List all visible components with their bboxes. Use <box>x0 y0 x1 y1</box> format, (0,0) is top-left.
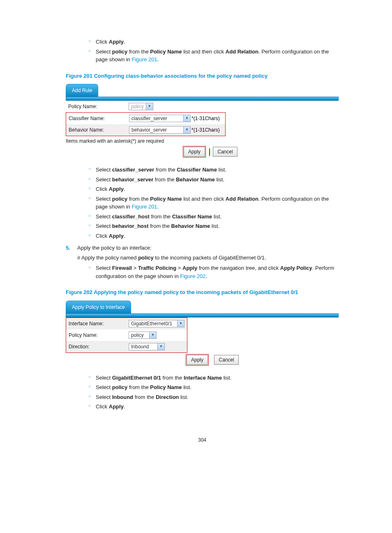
list-item: Select policy from the Policy Name list … <box>88 194 339 212</box>
cancel-button[interactable]: Cancel <box>213 147 237 157</box>
text-bold: Add Relation <box>226 196 258 202</box>
classifier-name-cell: classifier_server ▼ *(1-31Chars) <box>127 113 225 124</box>
text: list and then click <box>182 196 226 202</box>
text-bold: policy <box>138 255 154 261</box>
list-item: Select behavior_host from the Behavior N… <box>88 221 339 231</box>
step-5-bullets: Select Firewall > Traffic Policing > App… <box>88 263 339 281</box>
chevron-down-icon: ▼ <box>149 332 156 338</box>
form-row: Direction: Inbound ▼ <box>66 341 187 352</box>
text: list. <box>182 384 191 390</box>
text-bold: Apply <box>109 233 124 239</box>
text-bold: Inbound <box>112 394 133 400</box>
form-row: Policy Name: policy ▼ <box>66 101 339 112</box>
behavior-name-label: Behavior Name: <box>66 124 127 136</box>
tab-apply-policy[interactable]: Apply Policy to Interface <box>66 301 131 313</box>
intro-bullet-list: Click Apply. Select policy from the Poli… <box>88 37 339 65</box>
behavior-name-cell: behavior_server ▼ *(1-31Chars) <box>127 124 225 136</box>
text: . <box>205 273 207 279</box>
page-number: 304 <box>66 436 339 444</box>
figure-201: Add Rule Policy Name: policy ▼ Classifie… <box>66 84 339 158</box>
text: Click <box>96 233 109 239</box>
select-value: Inbound <box>129 343 157 350</box>
text: from the navigation tree, and click <box>197 265 280 271</box>
policy-name-label: Policy Name: <box>66 101 126 112</box>
figure-reference-link[interactable]: Figure 202 <box>180 273 205 279</box>
step-5-sub: # Apply the policy named policy to the i… <box>77 254 339 262</box>
figure-reference-link[interactable]: Figure 201 <box>131 204 157 210</box>
policy-name-label: Policy Name: <box>66 329 126 341</box>
behavior-name-select[interactable]: behavior_server ▼ <box>129 126 191 134</box>
text: list. <box>215 176 224 183</box>
interface-name-select[interactable]: GigabitEthernet0/1 ▼ <box>129 320 184 327</box>
text: . <box>157 204 159 210</box>
list-item: Select policy from the Policy Name list. <box>88 382 339 392</box>
text-bold: Apply Policy <box>280 265 312 271</box>
form-row: Policy Name: policy ▼ <box>66 329 187 341</box>
select-value: policy <box>129 331 149 339</box>
text: from the <box>154 167 177 173</box>
direction-label: Direction: <box>66 341 126 352</box>
tab-bar: Add Rule <box>66 84 339 97</box>
text-bold: Add Relation <box>226 49 258 55</box>
text: # Apply the policy named <box>77 255 138 261</box>
apply-button[interactable]: Apply <box>184 147 205 157</box>
interface-name-cell: GigabitEthernet0/1 ▼ <box>126 318 187 329</box>
text: Select <box>96 213 112 220</box>
text-bold: Policy Name <box>150 196 182 202</box>
button-row: Apply Cancel <box>66 354 339 366</box>
chevron-down-icon: ▼ <box>177 320 184 327</box>
list-item: Click Apply. <box>88 402 339 412</box>
text-bold: Classifier Name <box>177 167 217 173</box>
text-bold: classifier_server <box>112 167 154 173</box>
required-note: Items marked with an asterisk(*) are req… <box>66 137 339 145</box>
chevron-down-icon: ▼ <box>183 115 190 122</box>
classifier-name-label: Classifier Name: <box>66 113 127 124</box>
text: from the <box>127 49 150 55</box>
list-item: Select behavior_server from the Behavior… <box>88 175 339 185</box>
text: . <box>124 233 125 239</box>
text-bold: Apply <box>182 265 197 271</box>
figure-202-caption: Figure 202 Applying the policy named pol… <box>66 288 339 297</box>
list-item: Click Apply. <box>88 37 339 47</box>
list-item: Click Apply. <box>88 231 339 241</box>
chevron-down-icon: ▼ <box>157 343 164 350</box>
end-bullet-list: Select GigabitEthernet 0/1 from the Inte… <box>88 373 339 412</box>
direction-select[interactable]: Inbound ▼ <box>129 343 165 350</box>
required-hint: *(1-31Chars) <box>191 127 220 133</box>
tab-bar: Apply Policy to Interface <box>66 301 339 313</box>
list-item: Select Inbound from the Direction list. <box>88 392 339 402</box>
text: Select <box>96 167 112 173</box>
text: Select <box>96 176 112 183</box>
figure-reference-link[interactable]: Figure 201 <box>131 56 157 63</box>
policy-name-select[interactable]: policy ▼ <box>129 331 157 339</box>
tab-add-rule[interactable]: Add Rule <box>66 84 98 97</box>
select-value: classifier_server <box>129 115 183 122</box>
policy-name-cell: policy ▼ <box>126 101 308 112</box>
text-bold: Policy Name <box>150 49 182 55</box>
text: from the <box>149 223 171 229</box>
text: Click <box>96 39 109 45</box>
text: from the <box>161 375 184 381</box>
classifier-name-select[interactable]: classifier_server ▼ <box>129 115 191 122</box>
text-bold: Classifier Name <box>172 213 212 220</box>
text: list. <box>179 394 188 400</box>
text: from the <box>133 394 156 400</box>
text: Select <box>96 265 112 271</box>
step-number: 5. <box>66 244 77 252</box>
text-bold: Apply <box>109 403 124 410</box>
text: Select <box>96 196 112 202</box>
policy-name-select[interactable]: policy ▼ <box>129 103 153 110</box>
list-item: Click Apply. <box>88 184 339 194</box>
text-bold: policy <box>112 384 128 390</box>
cancel-button[interactable]: Cancel <box>214 355 238 365</box>
add-rule-form: Policy Name: policy ▼ <box>66 101 339 112</box>
apply-button[interactable]: Apply <box>187 355 208 365</box>
list-item: Select classifier_server from the Classi… <box>88 165 339 175</box>
figure-202: Apply Policy to Interface Interface Name… <box>66 301 339 366</box>
list-item: Select GigabitEthernet 0/1 from the Inte… <box>88 373 339 383</box>
text: Click <box>96 403 109 410</box>
highlighted-rows: Interface Name: GigabitEthernet0/1 ▼ Pol… <box>66 317 187 353</box>
classifier-behavior-rows: Classifier Name: classifier_server ▼ *(1… <box>66 113 225 136</box>
chevron-down-icon: ▼ <box>146 103 153 110</box>
text: . <box>124 39 125 45</box>
